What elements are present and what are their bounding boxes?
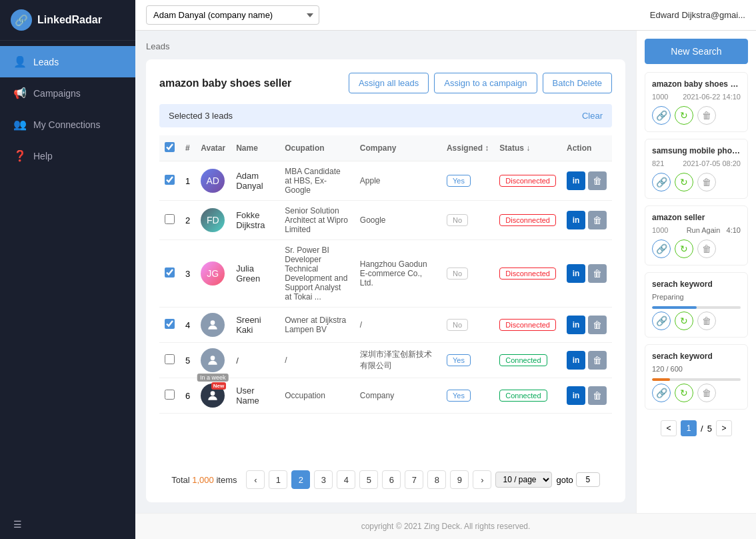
linkedin-button[interactable]: in: [567, 171, 585, 190]
assign-campaign-button[interactable]: Assign to a campaign: [434, 73, 537, 93]
search-card-1-count: 1000: [652, 93, 668, 101]
search-card-2-date: 2021-07-05 08:20: [683, 159, 741, 167]
clear-selection-button[interactable]: Clear: [582, 111, 603, 121]
page-8-button[interactable]: 8: [427, 470, 446, 489]
row-checkbox[interactable]: [165, 390, 175, 400]
search-card-2-refresh-button[interactable]: ↻: [675, 173, 693, 191]
leads-table-wrap: # Avatar Name Ocupation Company Assigned…: [159, 135, 612, 460]
action-buttons: in 🗑: [567, 351, 607, 370]
row-checkbox[interactable]: [165, 354, 175, 364]
action-buttons: in 🗑: [567, 211, 607, 229]
linkedin-button[interactable]: in: [567, 351, 585, 370]
search-card-4-refresh-button[interactable]: ↻: [675, 312, 693, 330]
page-size-select[interactable]: 10 / page 20 / page 50 / page: [495, 472, 552, 488]
search-card-3-delete-button[interactable]: 🗑: [697, 239, 716, 258]
search-card-2-title: samsung mobile phone XX...: [652, 146, 741, 155]
page-3-button[interactable]: 3: [314, 470, 333, 489]
rp-page-1-button[interactable]: 1: [681, 420, 697, 436]
row-checkbox[interactable]: [165, 267, 175, 278]
delete-row-button[interactable]: 🗑: [588, 351, 607, 370]
search-card-2-link-button[interactable]: 🔗: [652, 173, 671, 191]
row-name: User Name: [231, 378, 279, 414]
row-status: Disconnected: [494, 308, 561, 343]
page-5-button[interactable]: 5: [359, 470, 378, 489]
page-4-button[interactable]: 4: [337, 470, 355, 489]
next-page-button[interactable]: ›: [473, 470, 491, 489]
search-card-1-delete-button[interactable]: 🗑: [697, 106, 716, 125]
search-card-1-link-button[interactable]: 🔗: [652, 106, 671, 125]
search-card-1-actions: 🔗 ↻ 🗑: [652, 106, 741, 125]
search-card-2-delete-button[interactable]: 🗑: [697, 173, 716, 191]
search-card-5-delete-button[interactable]: 🗑: [697, 384, 716, 402]
search-card-1-meta: 1000 2021-06-22 14:10: [652, 93, 741, 101]
page-7-button[interactable]: 7: [405, 470, 423, 489]
row-number: 6: [180, 378, 195, 414]
sidebar-item-my-connections[interactable]: 👥 My Connections: [0, 109, 135, 140]
search-card-3-run-again: Run Again 4:10: [687, 226, 741, 234]
search-card-3-refresh-button[interactable]: ↻: [675, 239, 693, 258]
search-card-1-refresh-button[interactable]: ↻: [675, 106, 693, 125]
table-body: 1 AD Adam Danyal MBA Candidate at HBS, E…: [159, 161, 612, 414]
avatar: FD: [201, 208, 225, 232]
search-card-4-delete-button[interactable]: 🗑: [697, 312, 716, 330]
search-card-4-link-button[interactable]: 🔗: [652, 312, 671, 330]
page-2-button[interactable]: 2: [291, 470, 310, 489]
search-card-3-link-button[interactable]: 🔗: [652, 239, 671, 258]
prev-page-button[interactable]: ‹: [246, 470, 265, 489]
row-company: Google: [355, 201, 441, 240]
goto-input[interactable]: [576, 472, 600, 487]
search-card-2-meta: 821 2021-07-05 08:20: [652, 159, 741, 167]
row-checkbox-cell: [159, 201, 180, 240]
linkedin-button[interactable]: in: [567, 386, 585, 405]
row-company: Hangzhou Gaodun E-commerce Co., Ltd.: [355, 240, 441, 308]
search-card-5-progress-fill: [652, 378, 670, 381]
delete-row-button[interactable]: 🗑: [588, 386, 607, 405]
row-checkbox[interactable]: [165, 175, 175, 185]
row-avatar-cell: In a week: [195, 343, 231, 378]
delete-row-button[interactable]: 🗑: [588, 264, 607, 283]
row-number: 1: [180, 161, 195, 201]
row-assigned: Yes: [441, 161, 494, 201]
search-card-5-refresh-button[interactable]: ↻: [675, 384, 693, 402]
row-actions: in 🗑: [561, 201, 612, 240]
rp-total-pages: 5: [707, 424, 712, 434]
row-occupation: Occupation: [279, 378, 355, 414]
avatar: New: [201, 384, 225, 408]
assign-all-leads-button[interactable]: Assign all leads: [349, 73, 429, 93]
delete-row-button[interactable]: 🗑: [588, 316, 607, 334]
sidebar-item-help[interactable]: ❓ Help: [0, 140, 135, 171]
delete-row-button[interactable]: 🗑: [588, 171, 607, 190]
linkedin-button[interactable]: in: [567, 316, 585, 334]
sidebar-item-campaigns[interactable]: 📢 Campaigns: [0, 77, 135, 109]
sidebar-menu-toggle[interactable]: ☰: [13, 519, 122, 530]
sidebar-item-leads[interactable]: 👤 Leads: [0, 46, 135, 77]
page-1-button[interactable]: 1: [269, 470, 287, 489]
row-checkbox-cell: [159, 378, 180, 414]
search-card-4-progress-wrap: Preparing: [652, 293, 741, 309]
search-card-5-link-button[interactable]: 🔗: [652, 384, 671, 402]
table-row: 3 JG Julia Green Sr. Power BI Developer …: [159, 240, 612, 308]
batch-delete-button[interactable]: Batch Delete: [543, 73, 612, 93]
avatar: AD: [201, 169, 225, 193]
row-occupation: /: [279, 343, 355, 378]
select-all-checkbox[interactable]: [165, 142, 175, 152]
search-card-5-progress-wrap: 120 / 600: [652, 365, 741, 381]
table-header-row: # Avatar Name Ocupation Company Assigned…: [159, 135, 612, 161]
connections-icon: 👥: [13, 118, 27, 131]
action-buttons: in 🗑: [567, 316, 607, 334]
company-select[interactable]: Adam Danyal (company name): [146, 5, 319, 25]
rp-prev-button[interactable]: <: [661, 420, 677, 436]
delete-row-button[interactable]: 🗑: [588, 211, 607, 229]
row-actions: in 🗑: [561, 240, 612, 308]
sidebar-logo: 🔗 LinkedRadar: [0, 0, 135, 41]
page-9-button[interactable]: 9: [450, 470, 469, 489]
page-6-button[interactable]: 6: [382, 470, 401, 489]
rp-next-button[interactable]: >: [716, 420, 732, 436]
row-checkbox[interactable]: [165, 319, 175, 329]
search-card-5-actions: 🔗 ↻ 🗑: [652, 384, 741, 402]
linkedin-button[interactable]: in: [567, 264, 585, 283]
new-search-button[interactable]: New Search: [645, 39, 748, 64]
row-checkbox[interactable]: [165, 214, 175, 224]
linkedin-button[interactable]: in: [567, 211, 585, 229]
assigned-badge: No: [447, 319, 468, 331]
